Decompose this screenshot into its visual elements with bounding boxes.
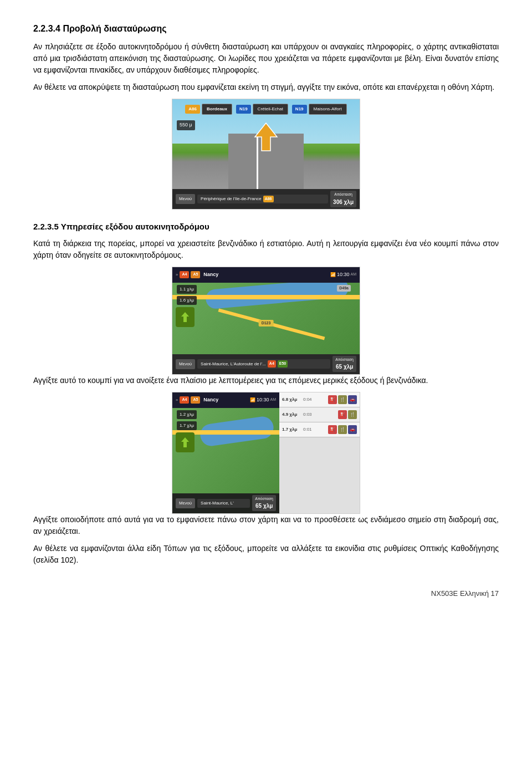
menu-btn-2[interactable]: Μενού xyxy=(176,359,195,369)
road-badge-d123: D123 xyxy=(259,320,274,327)
road-name-1: Périphérique de l'Ile-de-France A86 xyxy=(197,195,328,204)
menu-btn-3[interactable]: Μενού xyxy=(176,498,195,508)
dist-badge-3: Απόσταση 65 χλμ xyxy=(252,495,276,512)
service-button-3[interactable] xyxy=(176,432,195,452)
gas-icon-3: ⛽ xyxy=(328,425,337,434)
dest-bordeaux: Bordeaux xyxy=(202,104,232,115)
food-icon-2: 🍴 xyxy=(348,410,357,419)
services-panel: 6.8 χλμ 0:04 ⛽ 🍴 🚗 4.9 χλμ 0:03 ⛽ 🍴 1.7 … xyxy=(279,392,360,513)
svg-marker-0 xyxy=(255,123,277,151)
page-num: 17 xyxy=(491,589,499,598)
product-name: NX503E xyxy=(431,589,458,598)
food-icon-3: 🍴 xyxy=(338,425,347,434)
dist-indicator-2a: 1.1 χλμ xyxy=(177,285,197,294)
section-para2: Αν θέλετε να αποκρύψετε τη διασταύρωση π… xyxy=(33,81,499,93)
direction-arrow-1 xyxy=(252,120,280,154)
section-title-2234: 2.2.3.4 Προβολή διασταύρωσης xyxy=(33,22,499,35)
screenshot-highway-service: D49a D123 » A4 A5 Nancy 📶 10:30 AM 1.1 χ… xyxy=(172,267,360,375)
bottom-bar-3: Μενού Saint-Maurice, L' Απόσταση 65 χλμ xyxy=(172,493,279,513)
dist-indicator-3a: 1.2 χλμ xyxy=(177,410,197,419)
road-name-2: Saint-Maurice, L'Autoroute de l'... A4 E… xyxy=(197,359,330,369)
service-arrow-icon-3 xyxy=(180,436,190,448)
dest-creteil: Créteil-Echat xyxy=(253,104,288,115)
dist-badge-1: Απόσταση 306 χλμ xyxy=(330,191,356,207)
service-arrow-icon xyxy=(180,311,190,323)
bottom-bar-2: Μενού Saint-Maurice, L'Autoroute de l'..… xyxy=(172,354,360,374)
section2-para1: Κατά τη διάρκεια της πορείας, μπορεί να … xyxy=(33,238,499,261)
section-title-2235: 2.2.3.5 Υπηρεσίες εξόδου αυτοκινητοδρόμο… xyxy=(33,221,499,233)
section2-para3: Αγγίξτε οποιοδήποτε από αυτά για να το ε… xyxy=(33,514,499,537)
route-badge-n19-2: N19 xyxy=(292,105,307,114)
screenshot-intersection: A86 Bordeaux N19 Créteil-Echat N19 Maiso… xyxy=(172,99,360,210)
service-row-2[interactable]: 4.9 χλμ 0:03 ⛽ 🍴 xyxy=(279,407,360,422)
dest-maisons: Maisons-Alfort xyxy=(309,104,347,115)
dist-badge-2: Απόσταση 65 χλμ xyxy=(332,356,356,373)
road-name-3: Saint-Maurice, L' xyxy=(197,499,250,508)
page-footer: NX503E Ελληνική 17 xyxy=(33,588,499,599)
service-row-3[interactable]: 1.7 χλμ 0:01 ⛽ 🍴 🚗 xyxy=(279,422,360,437)
dist-indicator-2b: 1.6 χλμ xyxy=(177,296,197,305)
language-name: Ελληνική xyxy=(460,589,489,598)
route-badge-a86: A86 xyxy=(185,105,200,114)
section2-para4: Αν θέλετε να εμφανίζονται άλλα είδη Τόπω… xyxy=(33,543,499,566)
service-row-1[interactable]: 6.8 χλμ 0:04 ⛽ 🍴 🚗 xyxy=(279,392,360,407)
nav-header-2: » A4 A5 Nancy 📶 10:30 AM xyxy=(172,267,360,283)
bottom-bar-1: Μενού Périphérique de l'Ile-de-France A8… xyxy=(172,189,360,209)
screenshot-service-details: » A4 A5 Nancy 📶 10:30 AM 1.2 χλμ 1.7 χλμ… xyxy=(172,392,360,514)
svg-marker-1 xyxy=(181,312,189,322)
road-badge-d49: D49a xyxy=(337,285,351,292)
menu-btn-1[interactable]: Μενού xyxy=(176,194,195,204)
route-badge-n19-1: N19 xyxy=(236,105,251,114)
service-button[interactable] xyxy=(176,307,195,327)
nav-header-3: » A4 A5 Nancy 📶 10:30 AM xyxy=(172,392,279,408)
section-para1: Αν πλησιάζετε σε έξοδο αυτοκινητοδρόμου … xyxy=(33,41,499,76)
svg-marker-2 xyxy=(181,437,189,447)
section2-para2: Αγγίξτε αυτό το κουμπί για να ανοίξετε έ… xyxy=(33,375,499,386)
distance-left-1: 550 μ xyxy=(177,120,195,130)
gas-icon-1: ⛽ xyxy=(328,395,337,404)
dist-indicator-3b: 1.7 χλμ xyxy=(177,421,197,430)
gas-icon-2: ⛽ xyxy=(338,410,347,419)
food-icon-1: 🍴 xyxy=(338,395,347,404)
car-icon-3: 🚗 xyxy=(348,425,357,434)
car-icon-1: 🚗 xyxy=(348,395,357,404)
